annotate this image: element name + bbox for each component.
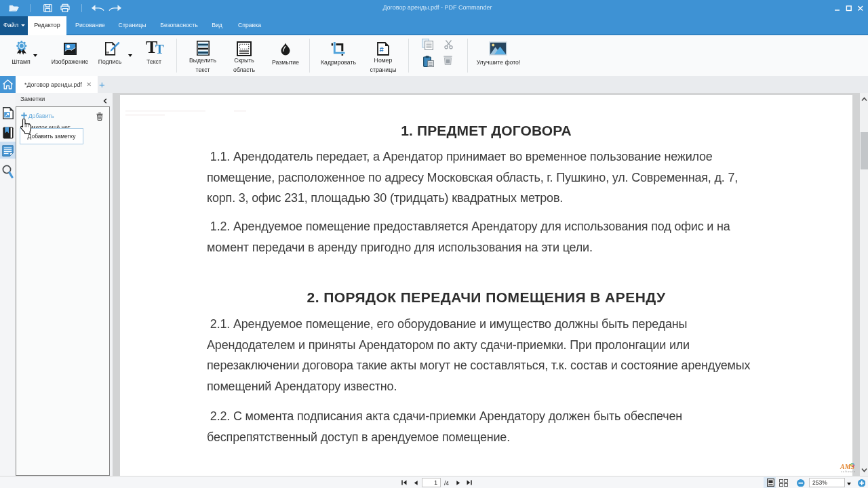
svg-text:м: м — [106, 50, 109, 54]
svg-text:#: # — [380, 45, 384, 54]
